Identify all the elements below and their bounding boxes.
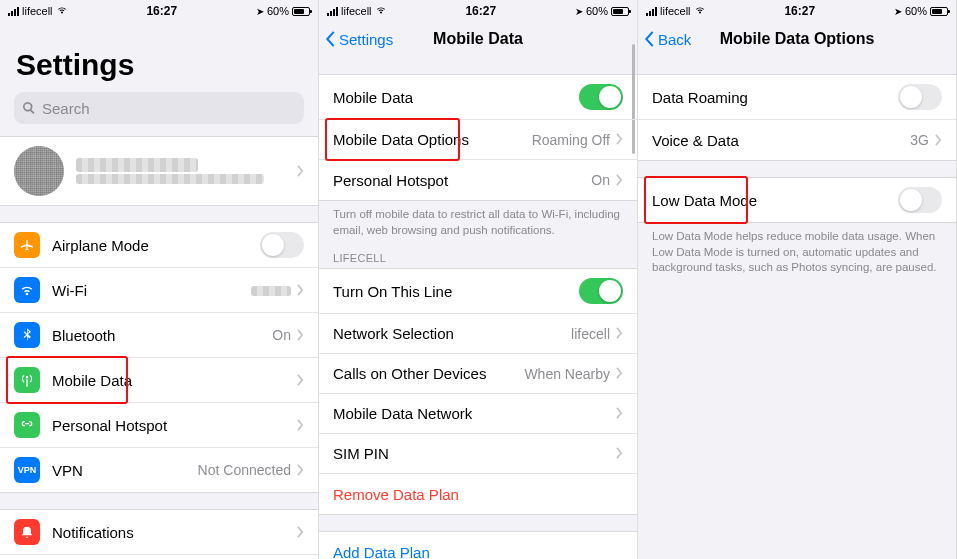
low-data-toggle[interactable] (898, 187, 942, 213)
chevron-right-icon (297, 327, 304, 344)
search-icon (22, 101, 36, 115)
wifi-icon (14, 277, 40, 303)
footer-text: Turn off mobile data to restrict all dat… (319, 201, 637, 238)
hotspot-icon (14, 412, 40, 438)
search-placeholder: Search (42, 100, 90, 117)
chevron-right-icon (297, 462, 304, 479)
low-data-mode-row[interactable]: Low Data Mode (638, 178, 956, 222)
row-label: VPN (52, 462, 198, 479)
chevron-right-icon (616, 325, 623, 342)
notifications-row[interactable]: Notifications (0, 510, 318, 555)
back-button[interactable]: Back (644, 31, 691, 48)
battery-pct: 60% (267, 5, 289, 17)
status-bar: lifecell 16:27 ➤60% (638, 0, 956, 20)
row-label: Personal Hotspot (52, 417, 297, 434)
chevron-right-icon (297, 417, 304, 434)
location-icon: ➤ (894, 6, 902, 17)
chevron-right-icon (297, 524, 304, 541)
personal-hotspot-row[interactable]: Personal Hotspot On (319, 160, 637, 200)
data-roaming-row[interactable]: Data Roaming (638, 75, 956, 120)
turn-on-line-row[interactable]: Turn On This Line (319, 269, 637, 314)
row-label: Calls on Other Devices (333, 365, 524, 382)
row-label: Mobile Data (333, 89, 579, 106)
screen-settings: lifecell 16:27 ➤ 60% Settings Search Air… (0, 0, 319, 559)
search-input[interactable]: Search (14, 92, 304, 124)
add-data-plan-row[interactable]: Add Data Plan (319, 532, 637, 559)
chevron-right-icon (616, 131, 623, 148)
section-header: LIFECELL (319, 238, 637, 268)
carrier-label: lifecell (660, 5, 691, 17)
footer-text: Low Data Mode helps reduce mobile data u… (638, 223, 956, 276)
sim-pin-row[interactable]: SIM PIN (319, 434, 637, 474)
clock: 16:27 (465, 4, 496, 18)
row-label: Network Selection (333, 325, 571, 342)
carrier-label: lifecell (341, 5, 372, 17)
chevron-right-icon (616, 405, 623, 422)
row-value: When Nearby (524, 366, 610, 382)
mobile-data-toggle-row[interactable]: Mobile Data (319, 75, 637, 120)
calls-other-devices-row[interactable]: Calls on Other Devices When Nearby (319, 354, 637, 394)
row-value: Roaming Off (532, 132, 610, 148)
carrier-label: lifecell (22, 5, 53, 17)
bluetooth-row[interactable]: Bluetooth On (0, 313, 318, 358)
mobile-data-toggle[interactable] (579, 84, 623, 110)
row-label: Mobile Data Options (333, 131, 532, 148)
vpn-row[interactable]: VPN VPN Not Connected (0, 448, 318, 492)
row-label: Turn On This Line (333, 283, 579, 300)
nav-bar: Settings Mobile Data (319, 20, 637, 58)
chevron-right-icon (297, 282, 304, 299)
screen-mobile-data-options: lifecell 16:27 ➤60% Back Mobile Data Opt… (638, 0, 957, 559)
clock: 16:27 (784, 4, 815, 18)
notifications-icon (14, 519, 40, 545)
location-icon: ➤ (256, 6, 264, 17)
chevron-right-icon (616, 365, 623, 382)
row-label: Personal Hotspot (333, 172, 591, 189)
chevron-left-icon (644, 31, 655, 47)
antenna-icon (14, 367, 40, 393)
sounds-row[interactable]: Sounds & Haptics (0, 555, 318, 559)
screen-mobile-data: lifecell 16:27 ➤60% Settings Mobile Data… (319, 0, 638, 559)
chevron-left-icon (325, 31, 336, 47)
row-label: Wi-Fi (52, 282, 251, 299)
signal-icon (8, 7, 19, 16)
line-toggle[interactable] (579, 278, 623, 304)
row-label: Bluetooth (52, 327, 272, 344)
chevron-right-icon (616, 445, 623, 462)
vpn-icon: VPN (14, 457, 40, 483)
nav-title: Mobile Data (433, 30, 523, 48)
row-label: Data Roaming (652, 89, 898, 106)
voice-data-row[interactable]: Voice & Data 3G (638, 120, 956, 160)
back-button[interactable]: Settings (325, 31, 393, 48)
wifi-status-icon (56, 5, 68, 17)
airplane-toggle[interactable] (260, 232, 304, 258)
signal-icon (646, 7, 657, 16)
mobile-data-row[interactable]: Mobile Data (0, 358, 318, 403)
row-label: Low Data Mode (652, 192, 898, 209)
hotspot-row[interactable]: Personal Hotspot (0, 403, 318, 448)
clock: 16:27 (146, 4, 177, 18)
network-selection-row[interactable]: Network Selection lifecell (319, 314, 637, 354)
signal-icon (327, 7, 338, 16)
status-bar: lifecell 16:27 ➤60% (319, 0, 637, 20)
row-label: Voice & Data (652, 132, 910, 149)
nav-bar: Back Mobile Data Options (638, 20, 956, 58)
row-label: SIM PIN (333, 445, 616, 462)
row-label: Notifications (52, 524, 297, 541)
roaming-toggle[interactable] (898, 84, 942, 110)
row-value: On (591, 172, 610, 188)
mobile-data-network-row[interactable]: Mobile Data Network (319, 394, 637, 434)
chevron-right-icon (616, 172, 623, 189)
row-value: 3G (910, 132, 929, 148)
mobile-data-options-row[interactable]: Mobile Data Options Roaming Off (319, 120, 637, 160)
status-bar: lifecell 16:27 ➤ 60% (0, 0, 318, 20)
airplane-mode-row[interactable]: Airplane Mode (0, 223, 318, 268)
chevron-right-icon (297, 372, 304, 389)
chevron-right-icon (935, 132, 942, 149)
row-label: Airplane Mode (52, 237, 260, 254)
avatar (14, 146, 64, 196)
battery-icon (930, 7, 948, 16)
profile-row[interactable] (0, 137, 318, 205)
bluetooth-icon (14, 322, 40, 348)
wifi-row[interactable]: Wi-Fi (0, 268, 318, 313)
remove-data-plan-row[interactable]: Remove Data Plan (319, 474, 637, 514)
